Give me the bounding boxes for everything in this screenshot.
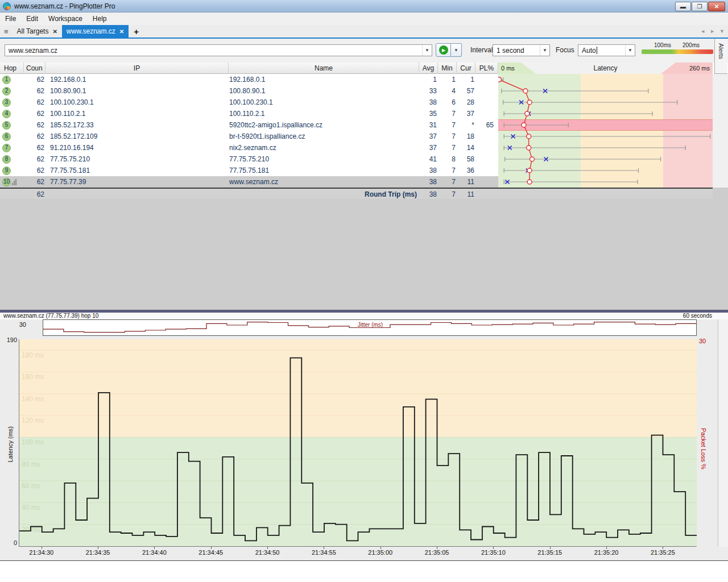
svg-text:120 ms: 120 ms bbox=[22, 417, 44, 425]
tab-list-dropdown-icon[interactable]: ▼ bbox=[719, 28, 725, 34]
name-cell: 100.110.2.1 bbox=[229, 108, 417, 119]
name-cell: 192.168.0.1 bbox=[229, 74, 417, 85]
name-cell: 5920ttc2-amigo1.ispalliance.cz bbox=[229, 119, 417, 131]
tab-bar: ≡ All Targets ✕ www.seznam.cz ✕ + ◄ ► ▼ bbox=[0, 25, 728, 38]
start-trace-button[interactable]: ▶ bbox=[436, 43, 451, 57]
table-row[interactable]: 162192.168.0.1192.168.0.1111 bbox=[0, 74, 498, 85]
ip-cell: 91.210.16.194 bbox=[50, 142, 221, 153]
cur-cell: 1 bbox=[457, 74, 474, 85]
ip-cell: 185.52.172.33 bbox=[50, 119, 221, 131]
tab-all-targets[interactable]: All Targets ✕ bbox=[13, 25, 62, 38]
target-input[interactable]: www.seznam.cz ▼ bbox=[5, 44, 432, 56]
min-cell: 7 bbox=[438, 165, 456, 176]
hop-number-badge: 5 bbox=[2, 121, 11, 130]
close-button[interactable]: ✕ bbox=[708, 2, 725, 11]
header-cur[interactable]: Cur bbox=[457, 63, 475, 74]
minimize-button[interactable]: ▬ bbox=[675, 2, 691, 11]
target-dropdown-icon[interactable]: ▼ bbox=[422, 45, 432, 56]
scale-200ms-label: 200ms bbox=[682, 42, 700, 48]
menu-help[interactable]: Help bbox=[88, 13, 112, 25]
latency-scale-legend: 100ms 200ms bbox=[642, 42, 713, 54]
menu-bar: File Edit Workspace Help bbox=[0, 13, 728, 25]
table-row[interactable]: 562185.52.172.335920ttc2-amigo1.ispallia… bbox=[0, 119, 498, 131]
pl-cell bbox=[475, 74, 494, 85]
avg-cell: 37 bbox=[419, 142, 437, 153]
hop-cell: 1 bbox=[1, 74, 24, 85]
header-hop[interactable]: Hop bbox=[0, 63, 24, 74]
hop-cell: 7 bbox=[1, 142, 24, 153]
hop-number-badge: 6 bbox=[2, 132, 11, 141]
pl-cell: 65 bbox=[475, 119, 494, 131]
table-row[interactable]: 106277.75.77.39www.seznam.cz38711 bbox=[0, 176, 498, 188]
latency-timeline-chart[interactable]: 180 ms160 ms140 ms120 ms100 ms80 ms60 ms… bbox=[19, 339, 697, 547]
menu-edit[interactable]: Edit bbox=[21, 13, 43, 25]
table-row[interactable]: 362100.100.230.1100.100.230.138628 bbox=[0, 97, 498, 108]
ip-cell: 100.110.2.1 bbox=[50, 108, 221, 119]
table-row[interactable]: 96277.75.75.18177.75.75.18138736 bbox=[0, 165, 498, 176]
time-tick-label: 21:35:20 bbox=[586, 549, 626, 556]
time-window-label: 60 seconds bbox=[683, 313, 712, 319]
alerts-side-tab[interactable]: Alerts bbox=[714, 39, 727, 74]
svg-text:180 ms: 180 ms bbox=[22, 351, 44, 359]
count-cell: 62 bbox=[24, 97, 44, 108]
header-latency[interactable]: 0 ms Latency 260 ms bbox=[498, 63, 713, 74]
header-ip[interactable]: IP bbox=[46, 63, 229, 74]
focus-select[interactable]: Auto ▼ bbox=[578, 44, 635, 56]
round-trip-cur: 11 bbox=[457, 189, 474, 200]
menu-file[interactable]: File bbox=[0, 13, 21, 25]
scroll-tabs-right-icon[interactable]: ► bbox=[710, 28, 715, 34]
table-row[interactable]: 86277.75.75.21077.75.75.21041858 bbox=[0, 153, 498, 165]
app-icon bbox=[3, 2, 11, 10]
min-cell: 7 bbox=[438, 142, 456, 153]
targets-menu-icon[interactable]: ≡ bbox=[0, 27, 13, 36]
latency-timeline-svg: 180 ms160 ms140 ms120 ms100 ms80 ms60 ms… bbox=[19, 339, 697, 546]
table-row[interactable]: 262100.80.90.1100.80.90.133457 bbox=[0, 85, 498, 97]
time-tick-label: 21:34:45 bbox=[191, 549, 231, 556]
close-tab-icon[interactable]: ✕ bbox=[52, 28, 57, 35]
name-cell: 100.80.90.1 bbox=[229, 85, 417, 97]
menu-workspace[interactable]: Workspace bbox=[43, 13, 88, 25]
hop-number-badge: 2 bbox=[2, 87, 11, 95]
cur-cell: 57 bbox=[457, 85, 474, 97]
interval-dropdown-icon[interactable]: ▼ bbox=[540, 45, 549, 56]
latency-title: Latency bbox=[498, 63, 713, 74]
latency-axis-max: 190 bbox=[2, 336, 17, 343]
svg-text:160 ms: 160 ms bbox=[22, 373, 44, 381]
header-min[interactable]: Min bbox=[438, 63, 457, 74]
new-tab-button[interactable]: + bbox=[129, 27, 144, 36]
restore-button[interactable]: ❐ bbox=[692, 2, 708, 11]
min-cell: 4 bbox=[438, 85, 456, 97]
hop-cell: 10 bbox=[1, 176, 24, 188]
close-tab-icon[interactable]: ✕ bbox=[119, 28, 124, 35]
header-count[interactable]: Coun bbox=[24, 63, 46, 74]
start-options-dropdown[interactable]: ▼ bbox=[451, 43, 462, 57]
svg-text:60 ms: 60 ms bbox=[22, 482, 40, 490]
title-bar[interactable]: www.seznam.cz - PingPlotter Pro ▬ ❐ ✕ bbox=[0, 0, 728, 13]
interval-value: 1 second bbox=[497, 47, 524, 55]
min-cell: 7 bbox=[438, 176, 456, 188]
pl-cell bbox=[475, 131, 494, 142]
scroll-tabs-left-icon[interactable]: ◄ bbox=[700, 28, 705, 34]
name-cell: 77.75.75.181 bbox=[229, 165, 417, 176]
tab-label: www.seznam.cz bbox=[67, 27, 115, 35]
header-avg[interactable]: Avg bbox=[419, 63, 438, 74]
hop-number-badge: 4 bbox=[2, 110, 11, 118]
right-gutter bbox=[718, 319, 728, 547]
round-trip-count: 62 bbox=[24, 189, 44, 200]
empty-workspace-area bbox=[0, 199, 728, 310]
header-pl[interactable]: PL% bbox=[475, 63, 498, 74]
name-cell: br-t-5920t1.ispalliance.cz bbox=[229, 131, 417, 142]
ip-cell: 77.75.75.181 bbox=[50, 165, 221, 176]
table-row[interactable]: 76291.210.16.194nix2.seznam.cz37714 bbox=[0, 142, 498, 153]
focus-dropdown-icon[interactable]: ▼ bbox=[625, 45, 635, 56]
tab-www-seznam-cz[interactable]: www.seznam.cz ✕ bbox=[62, 25, 129, 38]
hop-number-badge: 3 bbox=[2, 98, 11, 107]
interval-select[interactable]: 1 second ▼ bbox=[493, 44, 550, 56]
time-tick-label: 21:34:55 bbox=[304, 549, 344, 556]
min-cell: 7 bbox=[438, 131, 456, 142]
tab-label: All Targets bbox=[17, 27, 49, 35]
table-row[interactable]: 462100.110.2.1100.110.2.135737 bbox=[0, 108, 498, 119]
header-name[interactable]: Name bbox=[229, 63, 419, 74]
table-row[interactable]: 662185.52.172.109br-t-5920t1.ispalliance… bbox=[0, 131, 498, 142]
count-cell: 62 bbox=[24, 131, 44, 142]
